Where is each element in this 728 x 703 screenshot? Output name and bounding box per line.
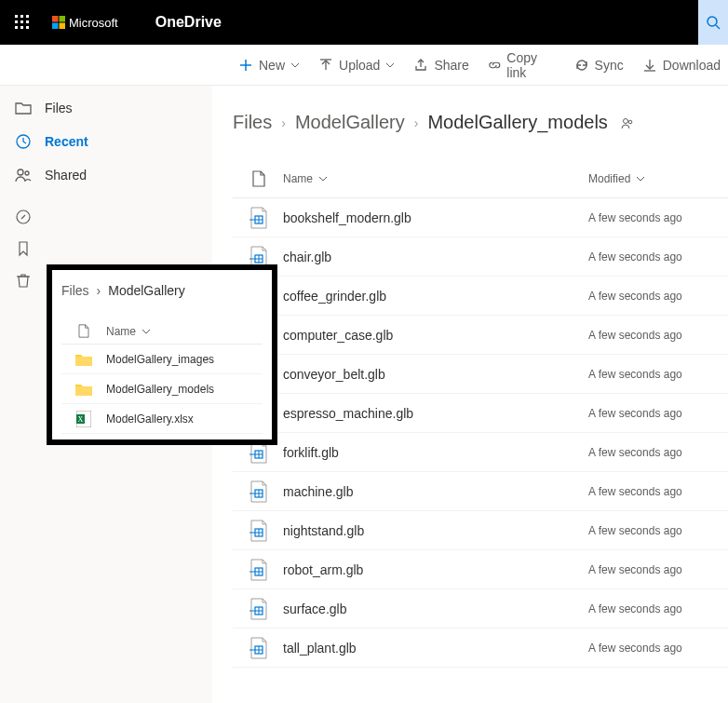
file-row[interactable]: computer_case.glbA few seconds ago (233, 316, 728, 355)
breadcrumb-root[interactable]: Files (233, 112, 272, 133)
sidebar-files-label: Files (45, 101, 73, 115)
svg-line-14 (716, 25, 720, 29)
svg-point-24 (25, 171, 29, 175)
file-type-icon (242, 480, 276, 503)
recycle-icon (15, 272, 32, 289)
file-row[interactable]: surface.glbA few seconds ago (233, 589, 728, 629)
search-button[interactable] (698, 0, 728, 45)
copylink-label: Copy link (506, 50, 555, 80)
column-headers: Name Modified (233, 159, 728, 198)
svg-marker-26 (21, 215, 25, 219)
microsoft-logo: Microsoft (52, 16, 118, 30)
bookmark-icon (15, 240, 32, 257)
inset-crumb-root[interactable]: Files (61, 283, 89, 298)
file-row[interactable]: tall_plant.glbA few seconds ago (233, 629, 728, 668)
chevron-down-icon (636, 174, 645, 183)
sidebar-shared-label: Shared (45, 168, 87, 183)
svg-rect-12 (60, 23, 66, 30)
download-button[interactable]: Download (635, 50, 728, 80)
column-modified-header[interactable]: Modified (588, 172, 728, 185)
app-title: OneDrive (155, 14, 222, 31)
share-button[interactable]: Share (406, 50, 476, 80)
svg-rect-7 (20, 26, 23, 29)
svg-rect-10 (60, 16, 66, 22)
file-type-icon (242, 520, 276, 542)
sidebar-item-recent[interactable]: Recent (0, 125, 212, 158)
new-button[interactable]: New (231, 50, 307, 80)
file-modified: A few seconds ago (588, 446, 728, 459)
file-row[interactable]: coffee_grinder.glbA few seconds ago (233, 277, 728, 316)
file-modified: A few seconds ago (588, 642, 728, 655)
file-type-icon (242, 598, 276, 620)
file-name: machine.glb (276, 484, 588, 499)
share-icon (413, 58, 428, 73)
column-modified-label: Modified (588, 172, 630, 185)
file-row[interactable]: robot_arm.glbA few seconds ago (233, 550, 728, 589)
svg-rect-1 (20, 15, 23, 18)
compass-icon (15, 209, 32, 225)
upload-label: Upload (339, 58, 380, 73)
file-row[interactable]: bookshelf_modern.glbA few seconds ago (233, 198, 728, 237)
inset-col-name[interactable]: Name (106, 325, 136, 338)
clock-icon (15, 133, 32, 150)
file-modified: A few seconds ago (588, 290, 728, 303)
plus-icon (238, 58, 253, 73)
svg-rect-5 (26, 20, 29, 23)
svg-point-13 (708, 17, 717, 26)
svg-rect-8 (26, 26, 29, 29)
file-modified: A few seconds ago (588, 250, 728, 264)
column-name-header[interactable]: Name (276, 172, 588, 185)
shared-indicator-icon (621, 116, 634, 129)
new-label: New (259, 58, 285, 73)
svg-rect-0 (15, 15, 18, 18)
column-type-icon (242, 170, 276, 187)
sidebar-item-shared[interactable]: Shared (0, 158, 212, 192)
sidebar-item-discover[interactable] (0, 201, 212, 233)
folder-icon (61, 353, 106, 366)
sidebar-item-files[interactable]: Files (0, 91, 212, 125)
svg-text:X: X (78, 415, 84, 424)
sync-icon (574, 58, 589, 73)
breadcrumb-parent[interactable]: ModelGallery (295, 112, 405, 133)
file-name: bookshelf_modern.glb (276, 210, 588, 225)
chevron-right-icon: › (414, 115, 419, 130)
brand-label: Microsoft (69, 16, 118, 30)
copylink-button[interactable]: Copy link (480, 50, 563, 80)
chevron-down-icon (290, 61, 300, 70)
file-name: surface.glb (276, 602, 588, 616)
file-row[interactable]: nightstand.glbA few seconds ago (233, 511, 728, 550)
file-row[interactable]: conveyor_belt.glbA few seconds ago (233, 355, 728, 394)
file-row[interactable]: machine.glbA few seconds ago (233, 472, 728, 511)
inset-crumb-current: ModelGallery (108, 283, 184, 298)
body: Files Recent Shared Files › ModelGallery… (0, 86, 728, 703)
file-modified: A few seconds ago (588, 211, 728, 224)
file-modified: A few seconds ago (588, 368, 728, 381)
inset-item-name: ModelGallery_images (106, 353, 214, 366)
file-row[interactable]: forklift.glbA few seconds ago (233, 433, 728, 472)
download-label: Download (663, 58, 721, 73)
file-modified: A few seconds ago (588, 524, 728, 537)
chevron-down-icon (142, 327, 151, 336)
inset-file-list: ModelGallery_imagesModelGallery_modelsXM… (61, 345, 263, 434)
svg-rect-66 (75, 357, 92, 366)
inset-row[interactable]: ModelGallery_models (61, 374, 263, 404)
sync-label: Sync (595, 58, 624, 73)
chevron-right-icon: › (281, 115, 286, 130)
file-row[interactable]: chair.glbA few seconds ago (233, 237, 728, 277)
inset-row[interactable]: ModelGallery_images (61, 345, 263, 374)
sidebar-item-bookmarks[interactable] (0, 233, 212, 264)
file-type-icon (242, 207, 276, 229)
sync-button[interactable]: Sync (567, 50, 631, 80)
svg-rect-3 (15, 20, 18, 23)
file-name: forklift.glb (276, 445, 588, 460)
svg-rect-67 (75, 386, 92, 396)
people-icon (15, 167, 32, 183)
inset-row[interactable]: XModelGallery.xlsx (61, 404, 263, 434)
file-name: chair.glb (276, 250, 588, 264)
file-row[interactable]: espresso_machine.glbA few seconds ago (233, 394, 728, 433)
svg-point-29 (628, 120, 632, 124)
breadcrumb: Files › ModelGallery › ModelGallery_mode… (233, 112, 728, 133)
upload-button[interactable]: Upload (311, 50, 402, 80)
app-launcher-button[interactable] (0, 0, 45, 45)
inset-folder-preview: Files › ModelGallery Name ModelGallery_i… (47, 264, 277, 445)
